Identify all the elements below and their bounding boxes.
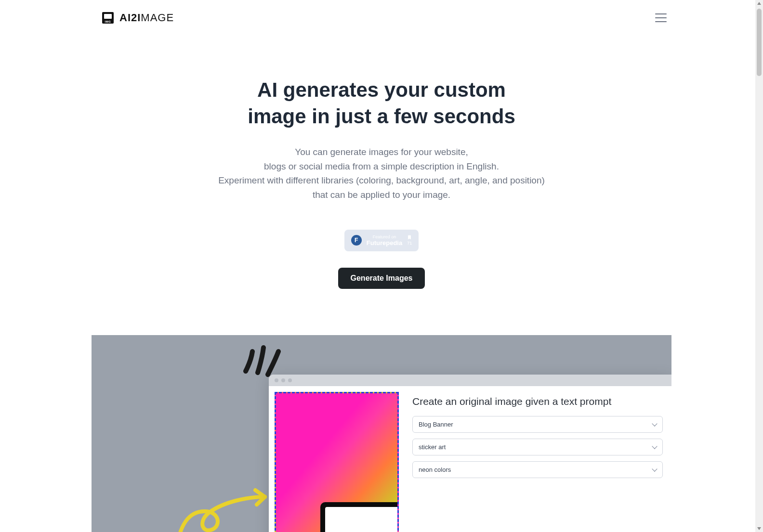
scroll-down-icon [757, 527, 761, 530]
tablet-illustration [320, 502, 399, 532]
mock-canvas-area [269, 386, 404, 532]
hero-desc-line3: Experiment with different libraries (col… [218, 175, 545, 185]
chevron-down-icon [652, 444, 657, 449]
preview-section: Create an original image given a text pr… [92, 335, 671, 532]
mock-select-color[interactable]: neon colors [412, 461, 663, 478]
hamburger-menu-icon[interactable] [655, 13, 667, 22]
hero-title: AI generates your custom image in just a… [0, 77, 763, 130]
logo-text: AI2IMAGE [119, 12, 174, 24]
hero-section: AI generates your custom image in just a… [0, 36, 763, 289]
logo-mark-text: IMG [105, 20, 111, 23]
featured-badge-wrap: F Featured on Futurepedia 71 [0, 230, 763, 251]
hero-title-line2: image in just a few seconds [248, 105, 515, 128]
cta-wrap: Generate Images [0, 268, 763, 289]
hero-desc-line4: that can be applied to your image. [313, 190, 450, 200]
decorative-stroke-icon [241, 345, 284, 378]
mock-select-style[interactable]: sticker art [412, 439, 663, 455]
mock-select-value: sticker art [419, 443, 446, 451]
badge-text: Featured on Futurepedia [367, 234, 402, 247]
window-dot-icon [275, 378, 278, 382]
logo-link[interactable]: IMG AI2IMAGE [102, 12, 174, 24]
badge-initial-icon: F [351, 235, 362, 246]
featured-badge[interactable]: F Featured on Futurepedia 71 [344, 230, 419, 251]
generate-images-button[interactable]: Generate Images [338, 268, 425, 289]
bookmark-icon [407, 235, 412, 240]
chevron-down-icon [652, 421, 657, 427]
logo-text-thin: MAGE [141, 12, 174, 24]
mock-body: Create an original image given a text pr… [269, 386, 671, 532]
badge-count: 71 [407, 241, 412, 246]
mock-select-format[interactable]: Blog Banner [412, 416, 663, 433]
mock-panel-title: Create an original image given a text pr… [412, 395, 663, 408]
page-scrollbar[interactable] [755, 0, 763, 532]
image-selection-box[interactable] [275, 392, 399, 532]
hero-description: You can generate images for your website… [0, 145, 763, 202]
mock-form-panel: Create an original image given a text pr… [404, 386, 671, 532]
site-header: IMG AI2IMAGE [0, 0, 763, 36]
mock-select-value: neon colors [419, 466, 451, 473]
logo-text-bold: AI2I [119, 12, 141, 24]
chevron-down-icon [652, 467, 657, 472]
mock-select-value: Blog Banner [419, 421, 453, 428]
window-dot-icon [281, 378, 285, 382]
curly-arrow-icon [166, 478, 277, 532]
hero-desc-line2: blogs or social media from a simple desc… [264, 161, 499, 171]
badge-top-text: Featured on [367, 234, 402, 239]
logo-mark: IMG [102, 12, 114, 24]
mock-app-window: Create an original image given a text pr… [269, 375, 671, 532]
badge-count-group: 71 [407, 235, 412, 246]
hero-desc-line1: You can generate images for your website… [295, 147, 468, 157]
window-dot-icon [288, 378, 292, 382]
hero-title-line1: AI generates your custom [257, 78, 506, 101]
scroll-up-icon [757, 2, 761, 5]
mock-window-topbar [269, 375, 671, 386]
badge-bottom-text: Futurepedia [367, 239, 402, 247]
